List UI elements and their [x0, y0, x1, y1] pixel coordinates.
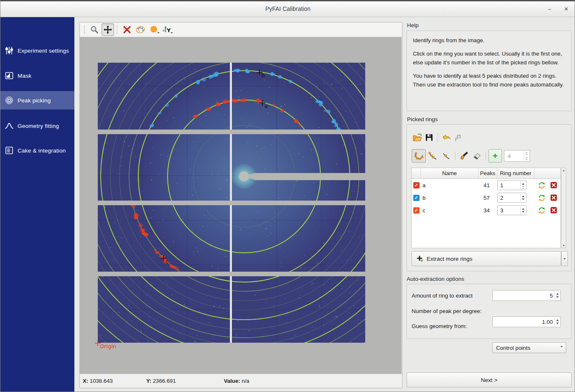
window-title: PyFAI Calibration [0, 5, 575, 12]
ring-enabled-checkbox[interactable]: ✓ [413, 207, 420, 214]
pan-tool-button[interactable] [102, 23, 114, 36]
status-y-value: 2366.691 [153, 378, 176, 384]
next-button-label: Next > [481, 377, 498, 383]
ring-peak-count: 57 [478, 195, 497, 201]
peak-per-degree-value: 1.00 [493, 319, 560, 325]
spin-arrows[interactable] [524, 151, 529, 161]
sidebar-item-geometry-fitting[interactable]: Geometry fitting [0, 117, 74, 135]
refresh-ring-icon[interactable] [538, 182, 545, 189]
axis-orientation-button[interactable]: aY [161, 23, 173, 36]
next-button[interactable]: Next > [407, 372, 572, 387]
sidebar-item-mask[interactable]: Mask [0, 66, 74, 85]
ring-number-spinbox[interactable]: 3 [497, 205, 527, 215]
header-ring-number[interactable]: Ring number [497, 168, 534, 178]
svg-text:a: a [163, 29, 164, 32]
pick-point-tool[interactable] [439, 149, 453, 163]
table-row[interactable]: ✓ b 57 2 [412, 191, 560, 204]
peak-per-degree-spinbox[interactable]: 1.00 [492, 316, 561, 327]
toolbar-handle[interactable] [84, 25, 86, 34]
ring-number-value: 1 [500, 182, 503, 188]
ring-name: a [421, 182, 478, 188]
header-peaks[interactable]: Peaks [478, 168, 497, 178]
amount-spinbox[interactable]: 5 [492, 290, 561, 301]
load-peaks-button[interactable] [412, 132, 423, 143]
save-peaks-button[interactable] [423, 132, 435, 143]
pick-arc-tool[interactable] [426, 149, 439, 163]
pick-full-ring-tool[interactable] [412, 149, 426, 163]
toolbar-handle[interactable] [117, 25, 118, 34]
rings-icon [5, 96, 14, 105]
scroll-down-icon[interactable]: ▼ [562, 243, 565, 248]
cake-icon [5, 146, 14, 155]
zoom-tool-button[interactable] [88, 23, 101, 36]
minimize-button[interactable]: – [545, 5, 554, 14]
refresh-ring-icon[interactable] [538, 207, 545, 214]
guess-geometry-label: Guess geometry from: [412, 323, 467, 329]
table-row[interactable]: ✓ a 41 1 [412, 179, 560, 191]
table-header: Name Peaks Ring number [412, 168, 560, 179]
spin-arrows[interactable] [555, 317, 560, 326]
sliders-icon [5, 46, 14, 55]
close-button[interactable]: ✕ [562, 5, 571, 14]
amount-value: 5 [493, 293, 560, 299]
peak-per-degree-label: Number of peak per degree: [412, 308, 481, 314]
peak-curve-icon [5, 121, 14, 130]
new-ring-number-spinbox[interactable]: 4 [504, 150, 530, 162]
extract-options-dropdown[interactable] [561, 251, 568, 266]
delete-ring-icon[interactable] [550, 207, 557, 214]
sidebar-item-cake-integration[interactable]: Cake & integration [0, 141, 74, 160]
plot-toolbar: aY [80, 23, 402, 37]
header-name[interactable]: Name [421, 168, 478, 178]
add-ring-button[interactable]: + [488, 149, 502, 163]
status-value: n/a [242, 378, 249, 384]
ring-number-spinbox[interactable]: 2 [497, 193, 527, 203]
marker-color-button[interactable] [148, 23, 160, 36]
extract-more-rings-button[interactable]: Extract more rings [412, 251, 561, 266]
sidebar-item-label: Cake & integration [18, 148, 66, 154]
sidebar-item-peak-picking[interactable]: Peak picking [0, 91, 74, 109]
remove-marker-button[interactable] [121, 23, 133, 36]
ring-name: b [421, 195, 478, 201]
delete-ring-icon[interactable] [550, 182, 557, 188]
table-scrollbar[interactable]: ▲ ▼ [561, 168, 566, 248]
ring-name: c [421, 207, 478, 214]
save-floppy-icon [425, 133, 433, 142]
ring-enabled-checkbox[interactable]: ✓ [413, 195, 420, 201]
eraser-icon [472, 151, 481, 160]
magnifier-icon [90, 25, 99, 34]
ring-number-value: 2 [500, 195, 503, 201]
toolbar-separator [486, 151, 486, 160]
sidebar-item-experiment-settings[interactable]: Experiment settings [0, 41, 74, 60]
cursor-statusbar: X: 1038.643 Y: 2366.691 Value: n/a [80, 374, 402, 387]
undo-button[interactable] [440, 132, 452, 143]
scroll-up-icon[interactable]: ▲ [562, 168, 565, 173]
sidebar: Experiment settings Mask Peak picking Ge… [0, 17, 74, 392]
brush-tool[interactable] [458, 149, 471, 163]
titlebar[interactable]: PyFAI Calibration – ✕ [0, 1, 575, 17]
colormap-button[interactable] [134, 23, 147, 36]
brush-icon [460, 151, 469, 161]
redo-button[interactable] [452, 132, 464, 143]
svg-text:a: a [265, 103, 267, 109]
table-row[interactable]: ✓ c 34 3 [412, 204, 560, 216]
guess-geometry-combobox[interactable]: Control points [492, 342, 566, 353]
header-actions [534, 168, 560, 178]
undo-arrow-icon [441, 133, 451, 142]
delete-ring-icon[interactable] [550, 194, 557, 201]
extract-button-label: Extract more rings [427, 256, 473, 262]
svg-text:c: c [165, 259, 168, 265]
refresh-ring-icon[interactable] [538, 194, 545, 201]
picked-rings-pick-toolbar: + 4 [412, 149, 530, 163]
eraser-tool[interactable] [471, 149, 483, 163]
ring-peak-count: 34 [478, 207, 497, 214]
diffraction-image-canvas[interactable]: abcOrigin [80, 37, 402, 374]
spin-arrows[interactable] [555, 291, 560, 300]
dropdown-arrow-icon [560, 346, 563, 349]
sidebar-item-label: Geometry fitting [18, 123, 59, 129]
ring-number-spinbox[interactable]: 1 [497, 180, 527, 190]
ring-enabled-checkbox[interactable]: ✓ [413, 182, 420, 188]
point-tool-icon [441, 151, 451, 161]
picked-rings-file-toolbar [412, 132, 464, 143]
picked-rings-title: Picked rings [407, 116, 438, 122]
ring-peak-count: 41 [478, 182, 497, 188]
